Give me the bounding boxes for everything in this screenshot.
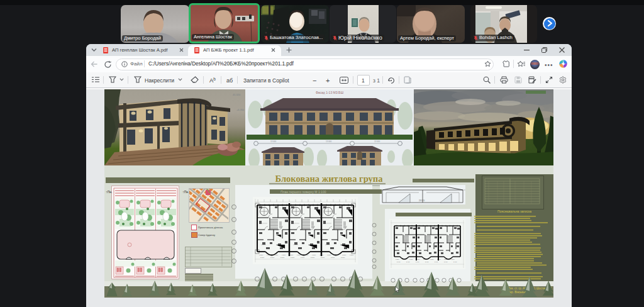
svg-text:3 000: 3 000 [311, 257, 315, 259]
svg-text:3 000: 3 000 [301, 257, 305, 259]
svg-text:1 200: 1 200 [402, 259, 406, 260]
svg-text:1 200: 1 200 [430, 259, 434, 260]
svg-text:2 400: 2 400 [397, 261, 401, 262]
svg-text:1 200: 1 200 [416, 259, 420, 260]
svg-text:1 200: 1 200 [396, 259, 399, 260]
svg-text:1 500: 1 500 [319, 254, 324, 256]
svg-text:1 500: 1 500 [350, 254, 354, 256]
svg-text:1 200: 1 200 [444, 259, 448, 260]
svg-text:1 500: 1 500 [312, 254, 316, 256]
svg-text:3 000: 3 000 [260, 257, 265, 259]
svg-text:1 500: 1 500 [335, 254, 339, 256]
svg-text:1 500: 1 500 [267, 254, 271, 256]
svg-text:1 500: 1 500 [282, 254, 286, 256]
svg-text:1 500: 1 500 [327, 254, 331, 256]
svg-text:2 400: 2 400 [453, 261, 457, 262]
svg-text:1 500: 1 500 [289, 254, 294, 256]
svg-text:3 000: 3 000 [291, 257, 295, 259]
svg-text:1 200: 1 200 [409, 259, 413, 260]
svg-text:13 000: 13 000 [374, 140, 380, 143]
svg-text:3 000: 3 000 [270, 257, 275, 259]
svg-text:1 500: 1 500 [259, 254, 264, 256]
svg-text:3 000: 3 000 [280, 257, 285, 259]
svg-text:3 000: 3 000 [341, 257, 345, 259]
svg-text:1 500: 1 500 [342, 254, 347, 256]
svg-text:28 870: 28 870 [419, 199, 425, 202]
svg-text:2 400: 2 400 [444, 261, 448, 262]
svg-text:1 200: 1 200 [437, 259, 441, 260]
svg-text:1 200: 1 200 [423, 259, 427, 260]
svg-text:3 000: 3 000 [331, 257, 335, 259]
svg-text:13 000: 13 000 [326, 140, 332, 143]
svg-text:1 500: 1 500 [274, 254, 279, 256]
svg-text:2 400: 2 400 [406, 261, 410, 262]
svg-text:2 400: 2 400 [435, 261, 438, 262]
svg-text:1 500: 1 500 [304, 254, 309, 256]
svg-text:2 400: 2 400 [425, 261, 429, 262]
svg-text:2 400: 2 400 [416, 261, 419, 262]
svg-text:1 200: 1 200 [451, 259, 455, 260]
svg-text:13 000: 13 000 [270, 140, 277, 143]
svg-text:1 500: 1 500 [297, 254, 301, 256]
svg-text:3 000: 3 000 [321, 257, 325, 259]
